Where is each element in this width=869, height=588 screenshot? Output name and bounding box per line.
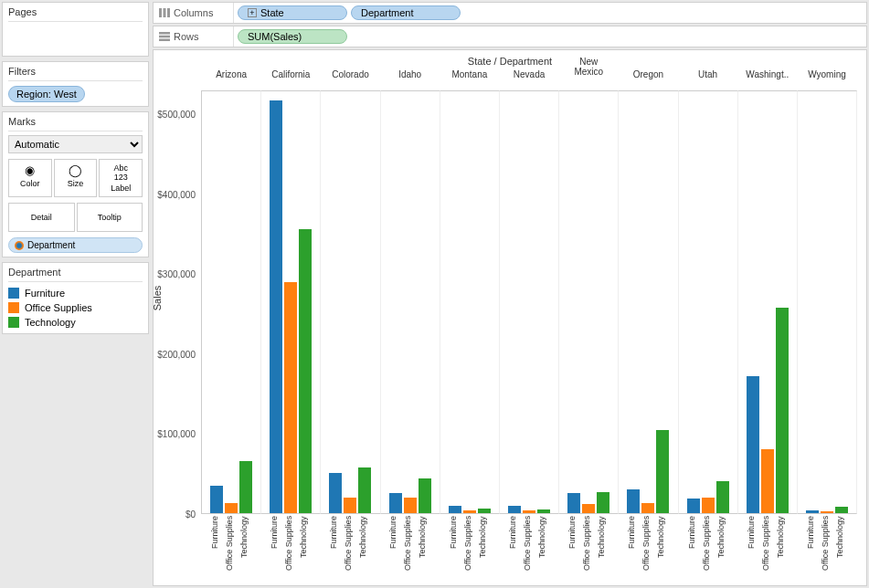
legend-item[interactable]: Technology — [8, 315, 143, 330]
dept-label: Furniture — [687, 516, 700, 580]
bar[interactable] — [656, 430, 669, 513]
bar[interactable] — [835, 507, 848, 513]
state-header: Wyoming — [798, 69, 856, 79]
bar[interactable] — [627, 489, 640, 513]
dept-label: Furniture — [567, 516, 580, 580]
state-header: Montana — [440, 69, 499, 79]
legend-label: Furniture — [25, 288, 65, 299]
viz-title: State / Department — [159, 56, 861, 67]
mark-size-button[interactable]: ◯Size — [54, 159, 98, 197]
bar[interactable] — [702, 498, 715, 513]
mark-color-button[interactable]: ◉Color — [8, 159, 52, 197]
bar[interactable] — [329, 473, 342, 513]
bar[interactable] — [389, 493, 402, 513]
legend-item[interactable]: Furniture — [8, 286, 143, 300]
svg-rect-5 — [159, 39, 170, 42]
filters-panel: Filters Region: West — [2, 61, 149, 107]
dept-label: Office Supplies — [702, 516, 715, 580]
dept-label: Technology — [478, 516, 491, 580]
dept-label: Office Supplies — [284, 516, 297, 580]
bar[interactable] — [508, 506, 521, 513]
bar[interactable] — [299, 229, 312, 513]
bar[interactable] — [210, 486, 223, 514]
mark-detail-button[interactable]: Detail — [8, 203, 75, 232]
legend-item[interactable]: Office Supplies — [8, 300, 143, 315]
y-tick: $400,000 — [157, 189, 196, 199]
state-header: Idaho — [381, 69, 440, 79]
plus-icon[interactable]: + — [248, 8, 257, 17]
bar[interactable] — [478, 509, 491, 513]
chart-area: ArizonaCaliforniaColoradoIdahoMontanaNev… — [201, 90, 857, 514]
y-tick: $0 — [185, 509, 196, 520]
bar[interactable] — [776, 308, 789, 513]
dept-label: Technology — [776, 516, 789, 580]
dept-label: Technology — [597, 516, 609, 580]
bar[interactable] — [225, 503, 238, 513]
mark-color-pill[interactable]: Department — [8, 237, 143, 253]
state-column: Arizona — [201, 90, 261, 514]
dept-label: Office Supplies — [225, 516, 238, 580]
column-pill-state[interactable]: +State — [238, 5, 347, 20]
columns-shelf: Columns +State Department — [153, 2, 867, 24]
bar[interactable] — [449, 506, 461, 513]
mark-tooltip-button[interactable]: Tooltip — [77, 203, 143, 232]
bar[interactable] — [239, 461, 252, 513]
state-header: NewMexico — [559, 57, 618, 77]
dept-label: Office Supplies — [403, 516, 416, 580]
dept-label: Technology — [835, 516, 848, 580]
bar[interactable] — [582, 504, 595, 513]
bar[interactable] — [284, 282, 297, 513]
state-header: Washingt.. — [738, 69, 797, 79]
state-header: Arizona — [202, 69, 260, 79]
marks-panel: Marks Automatic ◉Color ◯Size Abc123Label… — [2, 111, 149, 257]
rows-shelf-label: Rows — [154, 26, 234, 47]
legend-label: Office Supplies — [25, 302, 92, 313]
bar[interactable] — [597, 492, 609, 513]
dept-label: Technology — [537, 516, 550, 580]
marks-type-select[interactable]: Automatic — [8, 135, 143, 153]
bar[interactable] — [270, 100, 282, 513]
dept-label: Office Supplies — [463, 516, 476, 580]
mark-label-button[interactable]: Abc123Label — [99, 159, 143, 197]
bar[interactable] — [761, 449, 774, 513]
bar[interactable] — [344, 498, 356, 513]
state-column: Washingt.. — [738, 90, 798, 514]
bar[interactable] — [463, 510, 476, 513]
dept-label: Furniture — [388, 516, 401, 580]
svg-rect-2 — [167, 8, 170, 17]
bar[interactable] — [806, 510, 819, 513]
bar[interactable] — [404, 498, 417, 513]
svg-rect-4 — [159, 36, 170, 38]
bar[interactable] — [716, 481, 729, 513]
size-icon: ◯ — [57, 163, 95, 177]
dept-label: Technology — [418, 516, 430, 580]
row-pill-sales[interactable]: SUM(Sales) — [238, 29, 347, 44]
column-pill-department[interactable]: Department — [351, 5, 461, 20]
label-icon: Abc123 — [101, 163, 140, 182]
bar[interactable] — [687, 499, 700, 513]
pages-title: Pages — [8, 6, 143, 22]
state-column: NewMexico — [559, 90, 619, 514]
bar[interactable] — [537, 509, 550, 513]
x-axis-labels: FurnitureOffice SuppliesTechnologyFurnit… — [201, 516, 857, 580]
y-tick: $300,000 — [157, 269, 196, 279]
dept-label: Furniture — [210, 516, 223, 580]
marks-title: Marks — [8, 116, 143, 131]
filters-title: Filters — [8, 66, 143, 81]
bar[interactable] — [358, 467, 371, 513]
bar[interactable] — [821, 511, 833, 513]
legend-swatch — [8, 288, 19, 299]
bar[interactable] — [747, 376, 759, 513]
state-column: California — [261, 90, 321, 514]
filter-pill-region[interactable]: Region: West — [8, 86, 85, 102]
bar[interactable] — [419, 478, 431, 513]
dept-label: Office Supplies — [582, 516, 595, 580]
svg-rect-0 — [159, 8, 162, 17]
y-tick: $500,000 — [157, 110, 196, 120]
sidebar: Pages Filters Region: West Marks Automat… — [0, 0, 151, 588]
state-column: Oregon — [619, 90, 678, 514]
bar[interactable] — [567, 493, 580, 513]
bar[interactable] — [641, 503, 654, 513]
bar[interactable] — [523, 510, 535, 513]
y-axis-ticks: $0$100,000$200,000$300,000$400,000$500,0… — [154, 90, 197, 514]
